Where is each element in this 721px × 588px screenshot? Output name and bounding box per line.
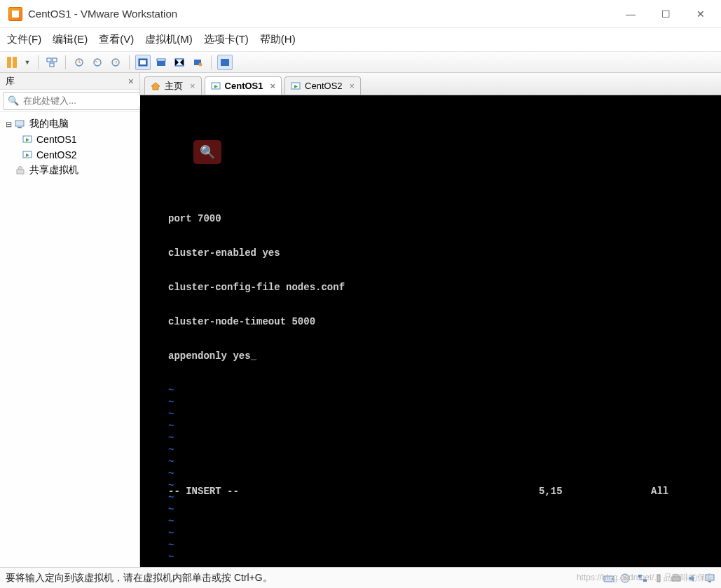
menu-tabs[interactable]: 选项卡(T)	[204, 33, 249, 46]
tree-item-centos1[interactable]: CentOS1	[0, 132, 139, 147]
svg-point-13	[199, 62, 202, 66]
dropdown-button[interactable]: ▼	[22, 55, 32, 70]
tab-centos1[interactable]: CentOS1 ×	[205, 76, 282, 95]
vim-tilde: ~	[168, 409, 721, 421]
vm-icon	[21, 134, 34, 145]
window-controls: — ☐ ✕	[613, 1, 718, 27]
console-view-button[interactable]	[172, 55, 187, 70]
console-line: cluster-enabled yes	[168, 247, 721, 259]
vim-tilde: ~	[168, 516, 721, 528]
power-button[interactable]	[4, 55, 20, 70]
vim-mode: -- INSERT --	[168, 486, 539, 497]
main-area: 库 × 🔍 ▼ ⊟ 我的电脑 CentOS1 CentOS2	[0, 73, 721, 567]
maximize-button[interactable]: ☐	[648, 1, 683, 27]
svg-rect-2	[50, 63, 54, 67]
library-tree: ⊟ 我的电脑 CentOS1 CentOS2 共享虚拟机	[0, 112, 139, 567]
menu-edit[interactable]: 编辑(E)	[53, 33, 88, 46]
search-input[interactable]	[23, 95, 141, 106]
tree-shared-vms[interactable]: 共享虚拟机	[0, 163, 139, 178]
toolbar-separator	[65, 55, 66, 69]
vim-tilde: ~	[168, 456, 721, 468]
vim-tilde: ~	[168, 385, 721, 397]
console-line: cluster-config-file nodes.conf	[168, 282, 721, 294]
close-button[interactable]: ✕	[683, 1, 718, 27]
svg-rect-10	[157, 59, 165, 61]
svg-rect-16	[18, 127, 22, 128]
tab-close-icon[interactable]: ×	[270, 81, 276, 91]
vim-tilde: ~	[168, 552, 721, 563]
computer-icon	[14, 118, 27, 130]
tree-label: CentOS2	[36, 149, 77, 160]
svg-rect-0	[47, 58, 51, 62]
svg-rect-15	[15, 121, 24, 126]
vim-cursor-position: 5,15	[539, 486, 651, 497]
shared-icon	[14, 165, 27, 176]
sidebar-close-icon[interactable]: ×	[128, 76, 134, 87]
vm-icon	[211, 81, 221, 91]
minimize-button[interactable]: —	[613, 1, 648, 27]
vim-tilde: ~	[168, 468, 721, 480]
menu-help[interactable]: 帮助(H)	[260, 33, 296, 46]
svg-text:?: ?	[114, 60, 118, 66]
unity-button[interactable]	[153, 55, 169, 70]
vim-tilde: ~	[168, 528, 721, 540]
tab-label: CentOS2	[305, 81, 342, 91]
manage-snapshot-button[interactable]: ?	[108, 55, 123, 70]
tab-centos2[interactable]: CentOS2 ×	[284, 76, 361, 95]
vim-status-line: -- INSERT -- 5,15 All	[168, 486, 693, 497]
tree-label: 共享虚拟机	[29, 164, 78, 177]
tab-home[interactable]: 主页 ×	[144, 76, 202, 95]
console-line: port 7000	[168, 213, 721, 225]
fullscreen-button[interactable]	[135, 55, 151, 70]
tab-bar: 主页 × CentOS1 × CentOS2 ×	[140, 73, 721, 95]
console-line: cluster-node-timeout 5000	[168, 316, 721, 328]
take-snapshot-button[interactable]	[71, 55, 87, 70]
vim-tilde: ~	[168, 540, 721, 552]
sidebar: 库 × 🔍 ▼ ⊟ 我的电脑 CentOS1 CentOS2	[0, 73, 140, 567]
content-area: 主页 × CentOS1 × CentOS2 × 🔍 port 7000 clu…	[140, 73, 721, 567]
svg-rect-14	[221, 59, 229, 66]
search-box[interactable]: 🔍 ▼	[3, 92, 157, 110]
menu-bar: 文件(F) 编辑(E) 查看(V) 虚拟机(M) 选项卡(T) 帮助(H)	[0, 28, 721, 52]
svg-point-22	[19, 167, 22, 170]
exit-fullscreen-button[interactable]	[217, 55, 233, 70]
search-overlay-icon: 🔍	[193, 140, 221, 164]
stretch-button[interactable]	[190, 55, 205, 70]
tab-label: 主页	[165, 80, 183, 93]
revert-snapshot-button[interactable]	[90, 55, 105, 70]
sidebar-header: 库 ×	[0, 73, 139, 90]
watermark: https://blog.csdn.net/... 品咖啡的保安	[577, 572, 714, 584]
console-line: appendonly yes	[168, 350, 721, 362]
svg-marker-23	[151, 83, 160, 90]
tab-close-icon[interactable]: ×	[350, 81, 355, 91]
sidebar-title: 库	[6, 75, 15, 88]
vim-tilde: ~	[168, 563, 721, 567]
svg-rect-1	[53, 58, 57, 62]
menu-vm[interactable]: 虚拟机(M)	[145, 33, 193, 46]
toolbar-separator	[211, 55, 212, 69]
title-bar: CentOS1 - VMware Workstation — ☐ ✕	[0, 0, 721, 28]
home-icon	[151, 81, 160, 91]
toolbar: ▼ ?	[0, 52, 721, 73]
status-text: 要将输入定向到该虚拟机，请在虚拟机内部单击或按 Ctrl+G。	[6, 572, 603, 584]
toolbar-separator	[129, 55, 130, 69]
tab-close-icon[interactable]: ×	[190, 81, 195, 91]
vim-scroll: All	[651, 486, 693, 497]
sidebar-search: 🔍 ▼	[0, 90, 139, 112]
collapse-icon[interactable]: ⊟	[4, 120, 13, 129]
vm-icon	[21, 149, 34, 160]
tab-label: CentOS1	[225, 81, 263, 91]
svg-rect-8	[140, 60, 146, 64]
tree-item-centos2[interactable]: CentOS2	[0, 147, 139, 163]
menu-view[interactable]: 查看(V)	[99, 33, 134, 46]
menu-file[interactable]: 文件(F)	[7, 33, 41, 46]
vim-tilde: ~	[168, 432, 721, 444]
svg-rect-9	[157, 61, 165, 66]
vim-tilde: ~	[168, 504, 721, 516]
tree-label: CentOS1	[36, 134, 77, 145]
vm-console[interactable]: 🔍 port 7000 cluster-enabled yes cluster-…	[140, 95, 721, 567]
vim-tilde: ~	[168, 444, 721, 456]
snapshot-button[interactable]	[44, 55, 60, 70]
tree-root-my-computer[interactable]: ⊟ 我的电脑	[0, 116, 139, 132]
vm-icon	[291, 81, 301, 91]
